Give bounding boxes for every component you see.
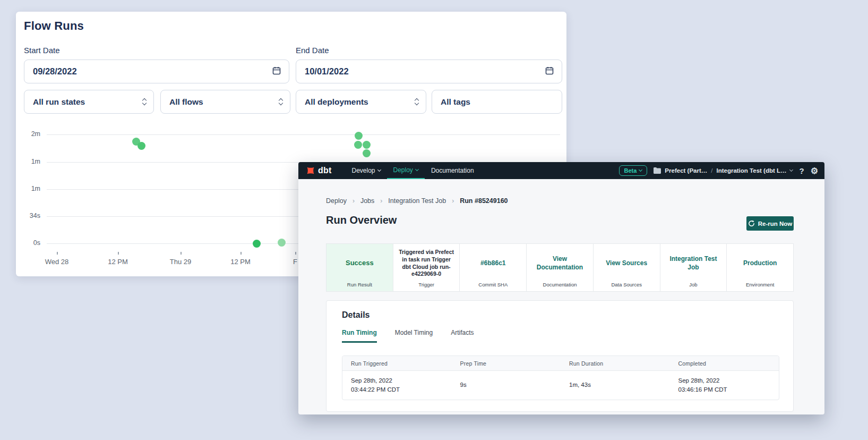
- status-card-run-result: Success Run Result: [326, 244, 393, 291]
- breadcrumb-job-name[interactable]: Integration Test Job: [388, 197, 446, 205]
- environment-link[interactable]: Production: [743, 259, 777, 268]
- table-header-row: Run Triggered Prep Time Run Duration Com…: [342, 356, 779, 371]
- run-triggered-date: Sep 28th, 2022: [351, 376, 452, 385]
- view-sources-link[interactable]: View Sources: [606, 259, 647, 268]
- chevron-down-icon: [639, 168, 642, 172]
- breadcrumb-jobs[interactable]: Jobs: [360, 197, 374, 205]
- y-axis-tick-label: 1m: [17, 185, 40, 192]
- nav-item-label: Documentation: [431, 167, 474, 174]
- completed-time: 03:46:16 PM CDT: [678, 385, 779, 394]
- flow-run-point[interactable]: [355, 132, 363, 140]
- cell-completed: Sep 28th, 2022 03:46:16 PM CDT: [670, 371, 779, 400]
- chevron-down-icon: [789, 168, 793, 172]
- run-overview-title: Run Overview: [326, 214, 397, 226]
- chevron-down-icon: [377, 168, 381, 172]
- x-axis-tick-mark: [240, 252, 242, 255]
- view-documentation-link[interactable]: View Documentation: [531, 255, 589, 272]
- flow-run-point[interactable]: [253, 240, 261, 248]
- table-row: Sep 28th, 2022 03:44:22 PM CDT 9s 1m, 43…: [342, 371, 779, 400]
- run-duration-value: 1m, 43s: [569, 380, 670, 390]
- flow-run-point[interactable]: [354, 141, 362, 149]
- status-card-documentation: View Documentation Documentation: [526, 244, 593, 291]
- nav-item-label: Deploy: [393, 166, 413, 174]
- job-label: Job: [660, 282, 727, 287]
- rerun-now-label: Re-run Now: [758, 221, 793, 227]
- prep-time-value: 9s: [460, 380, 561, 390]
- trigger-label: Trigger: [393, 282, 460, 287]
- refresh-icon: [748, 220, 755, 227]
- run-triggered-time: 03:44:22 PM CDT: [351, 385, 452, 394]
- status-card-environment: Production Environment: [726, 244, 793, 291]
- x-axis-tick-label: Thu 29: [162, 258, 199, 266]
- commit-sha-label: Commit SHA: [460, 282, 526, 287]
- header-completed: Completed: [670, 356, 779, 370]
- job-link[interactable]: Integration Test Job: [665, 255, 723, 272]
- commit-sha-link[interactable]: #6b86c1: [480, 259, 505, 268]
- nav-item-documentation[interactable]: Documentation: [425, 162, 480, 179]
- dbt-cloud-window: dbt Develop Deploy Documentation Beta Pr…: [298, 162, 824, 414]
- flow-run-point[interactable]: [363, 141, 371, 149]
- y-axis-tick-label: 34s: [17, 212, 40, 219]
- flow-run-point[interactable]: [278, 239, 286, 247]
- run-timing-table: Run Triggered Prep Time Run Duration Com…: [342, 356, 779, 400]
- rerun-now-button[interactable]: Re-run Now: [746, 216, 794, 231]
- y-axis-tick-label: 1m: [17, 158, 40, 165]
- y-axis-tick-label: 0s: [17, 239, 40, 247]
- tab-run-timing[interactable]: Run Timing: [342, 329, 377, 343]
- run-status-summary: Success Run Result Triggered via Prefect…: [326, 243, 794, 292]
- status-card-job: Integration Test Job Job: [660, 244, 727, 291]
- x-axis-tick-label: 12 PM: [99, 258, 136, 266]
- path-separator: /: [711, 167, 712, 174]
- chevron-down-icon: [415, 167, 419, 171]
- cell-run-duration: 1m, 43s: [561, 371, 670, 400]
- chart-gridline: [47, 134, 560, 135]
- tab-model-timing[interactable]: Model Timing: [395, 329, 433, 343]
- y-axis-tick-label: 2m: [17, 130, 40, 138]
- x-axis-tick-mark: [181, 252, 182, 255]
- details-title: Details: [342, 310, 369, 320]
- breadcrumb-deploy[interactable]: Deploy: [326, 197, 347, 205]
- help-icon[interactable]: ?: [799, 166, 804, 175]
- nav-item-develop[interactable]: Develop: [345, 162, 386, 179]
- header-run-duration: Run Duration: [561, 356, 670, 370]
- x-axis-tick-mark: [118, 252, 119, 255]
- tab-artifacts[interactable]: Artifacts: [451, 329, 474, 343]
- dbt-logo[interactable]: dbt: [306, 162, 331, 179]
- flow-run-point[interactable]: [363, 149, 371, 157]
- beta-dropdown[interactable]: Beta: [619, 165, 648, 176]
- cell-run-triggered: Sep 28th, 2022 03:44:22 PM CDT: [342, 371, 452, 400]
- data-sources-label: Data Sources: [594, 282, 660, 287]
- gear-icon[interactable]: ⚙: [811, 166, 818, 176]
- trigger-value: Triggered via Prefect in task run Trigge…: [398, 249, 456, 278]
- dbt-top-navbar: dbt Develop Deploy Documentation Beta Pr…: [298, 162, 824, 179]
- flow-run-point[interactable]: [137, 142, 145, 150]
- x-axis-tick-mark: [57, 252, 58, 255]
- folder-icon: [654, 167, 661, 174]
- project-name: Prefect (Part…: [665, 167, 707, 174]
- status-card-trigger: Triggered via Prefect in task run Trigge…: [393, 244, 460, 291]
- breadcrumb-separator: ›: [452, 197, 454, 205]
- run-result-value: Success: [346, 259, 374, 268]
- run-result-label: Run Result: [326, 282, 393, 287]
- nav-item-deploy[interactable]: Deploy: [387, 162, 425, 179]
- details-panel: Details Run Timing Model Timing Artifact…: [326, 300, 794, 412]
- dbt-logo-text: dbt: [318, 166, 331, 175]
- x-axis-tick-label: 12 PM: [222, 258, 259, 266]
- breadcrumb: Deploy › Jobs › Integration Test Job › R…: [326, 197, 508, 205]
- nav-item-label: Develop: [351, 167, 375, 174]
- dbt-logo-icon: [306, 166, 315, 175]
- environment-label: Environment: [727, 282, 793, 287]
- documentation-label: Documentation: [527, 282, 593, 287]
- breadcrumb-run-id: Run #85249160: [460, 197, 508, 205]
- details-tabs: Run Timing Model Timing Artifacts: [342, 329, 474, 343]
- header-run-triggered: Run Triggered: [342, 356, 452, 370]
- x-axis-tick-label: Wed 28: [38, 258, 75, 266]
- status-card-data-sources: View Sources Data Sources: [593, 244, 660, 291]
- status-card-commit-sha: #6b86c1 Commit SHA: [459, 244, 526, 291]
- completed-date: Sep 28th, 2022: [678, 376, 779, 385]
- breadcrumb-separator: ›: [380, 197, 382, 205]
- environment-name: Integration Test (dbt L…: [716, 167, 786, 174]
- cell-prep-time: 9s: [452, 371, 561, 400]
- beta-label: Beta: [624, 167, 637, 174]
- project-switcher[interactable]: Prefect (Part… / Integration Test (dbt L…: [654, 167, 793, 174]
